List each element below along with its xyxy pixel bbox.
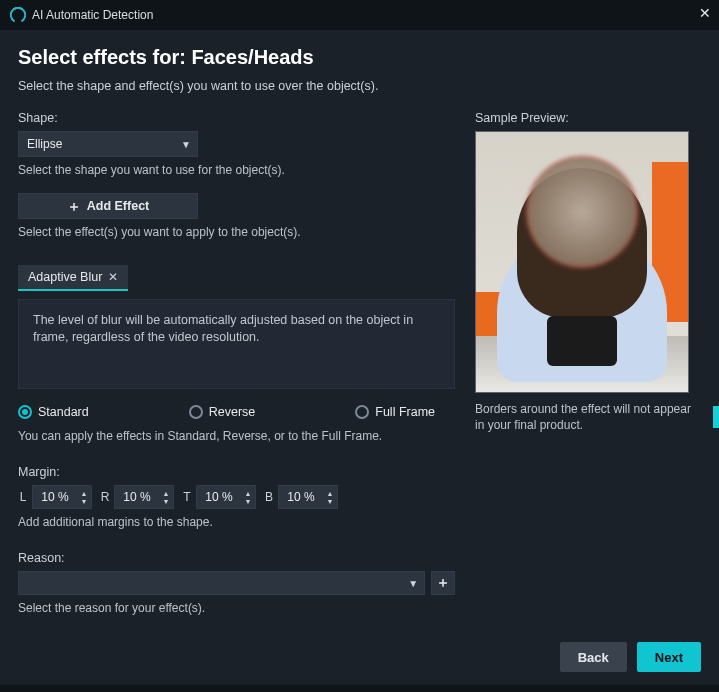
plus-icon: ＋ (67, 199, 81, 213)
app-logo-icon (10, 7, 26, 23)
margin-left-value: 10 % (33, 490, 77, 504)
step-up-icon[interactable]: ▲ (81, 490, 88, 497)
caret-down-icon: ▼ (408, 578, 418, 589)
step-down-icon[interactable]: ▼ (81, 498, 88, 505)
mode-radio-reverse[interactable]: Reverse (189, 405, 256, 419)
margin-dir-t: T (182, 490, 192, 504)
reason-label: Reason: (18, 551, 455, 565)
back-button[interactable]: Back (560, 642, 627, 672)
preview-image (475, 131, 689, 393)
margin-bottom-value: 10 % (279, 490, 323, 504)
effect-tab-close-icon[interactable]: ✕ (108, 270, 118, 284)
page-title: Select effects for: Faces/Heads (18, 46, 697, 69)
mode-label-full-frame: Full Frame (375, 405, 435, 419)
window-title: AI Automatic Detection (32, 8, 153, 22)
radio-icon (189, 405, 203, 419)
step-down-icon[interactable]: ▼ (163, 498, 170, 505)
margin-right-stepper[interactable]: 10 % ▲▼ (114, 485, 174, 509)
next-button[interactable]: Next (637, 642, 701, 672)
step-up-icon[interactable]: ▲ (163, 490, 170, 497)
effect-border-ellipse (526, 156, 638, 268)
preview-help: Borders around the effect will not appea… (475, 401, 697, 433)
add-effect-button[interactable]: ＋ Add Effect (18, 193, 198, 219)
margin-dir-r: R (100, 490, 110, 504)
margin-top-value: 10 % (197, 490, 241, 504)
close-icon[interactable]: ✕ (699, 6, 711, 20)
shape-select-value: Ellipse (27, 137, 62, 151)
caret-down-icon: ▼ (181, 139, 191, 150)
margin-left-stepper[interactable]: 10 % ▲▼ (32, 485, 92, 509)
margin-top-stepper[interactable]: 10 % ▲▼ (196, 485, 256, 509)
mode-help: You can apply the effects in Standard, R… (18, 429, 455, 443)
add-effect-label: Add Effect (87, 199, 150, 213)
shape-help: Select the shape you want to use for the… (18, 163, 455, 177)
step-up-icon[interactable]: ▲ (245, 490, 252, 497)
margin-right-value: 10 % (115, 490, 159, 504)
step-up-icon[interactable]: ▲ (327, 490, 334, 497)
effect-tab-adaptive-blur[interactable]: Adaptive Blur ✕ (18, 265, 128, 291)
shape-label: Shape: (18, 111, 455, 125)
plus-icon: ＋ (436, 574, 450, 592)
effect-description: The level of blur will be automatically … (18, 299, 455, 389)
radio-icon (355, 405, 369, 419)
page-subtitle: Select the shape and effect(s) you want … (18, 79, 697, 93)
step-down-icon[interactable]: ▼ (327, 498, 334, 505)
side-accent (713, 406, 719, 428)
reason-select[interactable]: ▼ (18, 571, 425, 595)
radio-icon (18, 405, 32, 419)
margin-dir-l: L (18, 490, 28, 504)
margin-label: Margin: (18, 465, 455, 479)
add-effect-help: Select the effect(s) you want to apply t… (18, 225, 455, 239)
mode-radio-full-frame[interactable]: Full Frame (355, 405, 435, 419)
margin-help: Add additional margins to the shape. (18, 515, 455, 529)
mode-radio-standard[interactable]: Standard (18, 405, 89, 419)
shape-select[interactable]: Ellipse ▼ (18, 131, 198, 157)
step-down-icon[interactable]: ▼ (245, 498, 252, 505)
margin-bottom-stepper[interactable]: 10 % ▲▼ (278, 485, 338, 509)
margin-dir-b: B (264, 490, 274, 504)
reason-help: Select the reason for your effect(s). (18, 601, 455, 615)
preview-label: Sample Preview: (475, 111, 697, 125)
add-reason-button[interactable]: ＋ (431, 571, 455, 595)
mode-label-standard: Standard (38, 405, 89, 419)
effect-tab-label: Adaptive Blur (28, 270, 102, 284)
mode-label-reverse: Reverse (209, 405, 256, 419)
